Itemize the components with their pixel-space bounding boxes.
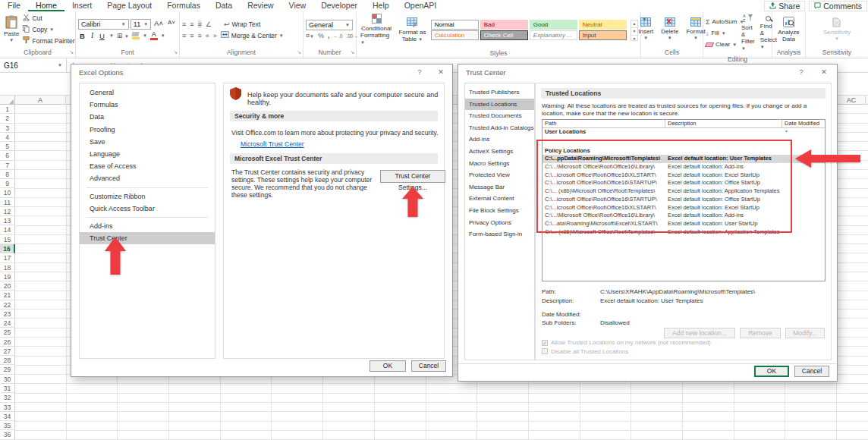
style-chip-neutral[interactable]: Neutral [579,20,627,30]
format-as-table-button[interactable]: Format as Table ▼ [396,13,429,47]
middle-align-icon[interactable]: ≡ [190,20,193,28]
sidebar-item-customize-ribbon[interactable]: Customize Ribbon [80,190,215,203]
increase-decimal-icon[interactable]: ←.0 [334,33,343,39]
decrease-indent-icon[interactable]: « [206,32,209,39]
sort-filter-button[interactable]: AZ Sort & Filter ▼ [740,13,756,53]
sidebar-item-trusted-publishers[interactable]: Trusted Publishers [465,86,534,99]
row-header-29[interactable]: 29 [0,365,15,374]
autosum-button[interactable]: ΣAutoSum▼ [706,17,737,27]
tab-page-layout[interactable]: Page Layout [99,0,159,11]
sidebar-item-message-bar[interactable]: Message Bar [465,181,534,193]
sidebar-item-trust-center[interactable]: Trust Center [80,232,215,244]
percent-style-icon[interactable]: % [318,32,324,39]
number-format-combo[interactable]: General▼ [306,20,353,30]
align-right-icon[interactable]: ≡ [198,32,202,39]
row-header-1[interactable]: 1 [0,105,15,114]
sidebar-item-data[interactable]: Data [80,111,215,123]
row-header-15[interactable]: 15 [0,235,15,244]
font-color-button[interactable]: A [150,31,158,40]
close-icon[interactable]: ✕ [436,68,446,76]
sidebar-item-external-content[interactable]: External Content [465,193,534,205]
sidebar-item-form-based-sign-in[interactable]: Form-based Sign-in [465,228,534,240]
style-chip-explanatory[interactable]: Explanatory ... [530,30,577,40]
row-header-12[interactable]: 12 [0,207,15,216]
row-header-35[interactable]: 35 [0,421,15,430]
style-chip-good[interactable]: Good [530,20,577,30]
align-center-icon[interactable]: ≡ [190,32,193,39]
analyze-data-button[interactable]: Analyze Data [776,13,800,46]
font-size-combo[interactable]: 11▼ [131,19,151,30]
select-all-corner[interactable] [0,96,15,105]
row-header-3[interactable]: 3 [0,124,15,133]
row-header-34[interactable]: 34 [0,412,15,421]
accounting-format-icon[interactable]: ¤▼ [306,32,314,39]
row-header-8[interactable]: 8 [0,170,15,179]
sidebar-item-trusted-addin-catalogs[interactable]: Trusted Add-in Catalogs [465,122,534,134]
sidebar-item-save[interactable]: Save [80,136,215,148]
column-header-ac[interactable]: AC [837,96,866,105]
row-header-19[interactable]: 19 [0,272,15,281]
wrap-text-button[interactable]: ↩Wrap Text [224,19,261,29]
trust-center-settings-button[interactable]: Trust Center Settings... [380,170,445,183]
bottom-align-icon[interactable]: ≡ [198,20,202,28]
column-header-path[interactable]: Path [542,120,665,127]
row-header-32[interactable]: 32 [0,393,15,402]
shrink-font-button[interactable]: A˅ [166,19,177,30]
style-chip-normal[interactable]: Normal [431,20,479,30]
row-header-27[interactable]: 27 [0,347,15,356]
bold-button[interactable]: B [78,32,86,40]
row-header-22[interactable]: 22 [0,300,15,310]
sidebar-item-general[interactable]: General [80,86,215,99]
tab-view[interactable]: View [281,0,314,11]
increase-indent-icon[interactable]: » [213,32,217,39]
sidebar-item-macro-settings[interactable]: Macro Settings [465,158,534,170]
sidebar-item-trusted-locations[interactable]: Trusted Locations [465,99,534,111]
tab-formulas[interactable]: Formulas [159,0,208,11]
sidebar-item-privacy-options[interactable]: Privacy Options [465,217,534,229]
tab-insert[interactable]: Insert [64,0,99,11]
row-header-2[interactable]: 2 [0,114,15,123]
format-painter-button[interactable]: Format Painter [23,36,74,46]
comma-style-icon[interactable]: , [328,32,330,39]
row-header-5[interactable]: 5 [0,142,15,151]
row-header-9[interactable]: 9 [0,179,15,188]
sidebar-item-ease-of-access[interactable]: Ease of Access [80,160,215,172]
dialog-launcher-icon[interactable]: ↘ [69,48,74,57]
sidebar-item-activex-settings[interactable]: ActiveX Settings [465,146,534,158]
cancel-button[interactable]: Cancel [411,360,446,372]
sidebar-item-proofing[interactable]: Proofing [80,124,215,136]
row-header-17[interactable]: 17 [0,253,15,262]
row-header-21[interactable]: 21 [0,291,15,300]
style-chip-calculation[interactable]: Calculation [431,30,479,40]
column-header-description[interactable]: Description [665,120,782,127]
style-chip-input[interactable]: Input [579,30,627,40]
cancel-button[interactable]: Cancel [794,366,829,377]
sidebar-item-protected-view[interactable]: Protected View [465,169,534,181]
tab-openapi[interactable]: OpenAPI [397,0,445,11]
sidebar-item-advanced[interactable]: Advanced [80,172,215,184]
column-header-a[interactable]: A [15,96,66,105]
sidebar-item-language[interactable]: Language [80,148,215,160]
row-header-33[interactable]: 33 [0,403,15,412]
row-header-18[interactable]: 18 [0,263,15,272]
delete-cells-button[interactable]: Delete▼ [659,13,680,46]
fill-color-button[interactable] [132,32,140,39]
comments-button[interactable]: Comments [809,1,867,11]
font-family-combo[interactable]: Calibri▼ [78,19,129,30]
fill-button[interactable]: ↓Fill▼ [706,28,737,38]
merge-center-button[interactable]: Merge & Center▼ [221,30,284,40]
row-header-31[interactable]: 31 [0,384,15,393]
dialog-launcher-icon[interactable]: ↘ [350,48,354,57]
name-box[interactable]: G16▼ [0,58,67,72]
clear-button[interactable]: Clear▼ [706,39,737,49]
italic-button[interactable]: I [90,32,95,39]
tab-data[interactable]: Data [208,0,240,11]
borders-button[interactable]: ⊞ ▼ [117,32,129,39]
help-icon[interactable]: ? [796,68,807,76]
row-header-4[interactable]: 4 [0,133,15,142]
align-left-icon[interactable]: ≡ [182,32,186,39]
tab-home[interactable]: Home [28,0,64,11]
microsoft-trust-center-link[interactable]: Microsoft Trust Center [241,140,304,148]
insert-cells-button[interactable]: Insert▼ [637,13,655,46]
row-header-36[interactable]: 36 [0,430,15,439]
